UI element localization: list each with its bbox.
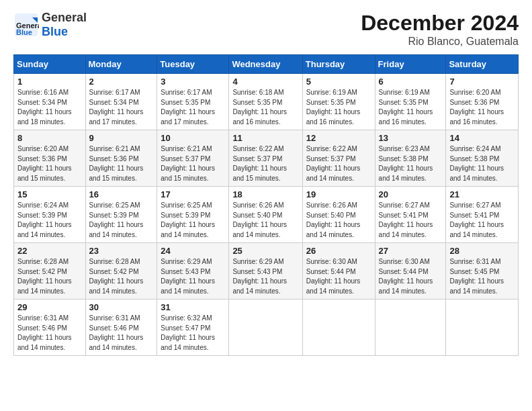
day-info: Sunrise: 6:22 AM Sunset: 5:37 PM Dayligh… bbox=[232, 144, 298, 183]
day-info: Sunrise: 6:24 AM Sunset: 5:39 PM Dayligh… bbox=[17, 201, 82, 240]
calendar-cell: 2Sunrise: 6:17 AM Sunset: 5:34 PM Daylig… bbox=[85, 74, 157, 130]
calendar-cell: 5Sunrise: 6:19 AM Sunset: 5:35 PM Daylig… bbox=[302, 74, 375, 130]
day-info: Sunrise: 6:29 AM Sunset: 5:43 PM Dayligh… bbox=[161, 257, 225, 296]
calendar-header-row: SundayMondayTuesdayWednesdayThursdayFrid… bbox=[14, 55, 519, 74]
calendar-cell: 4Sunrise: 6:18 AM Sunset: 5:35 PM Daylig… bbox=[229, 74, 302, 130]
day-number: 2 bbox=[89, 77, 154, 87]
calendar-cell: 8Sunrise: 6:20 AM Sunset: 5:36 PM Daylig… bbox=[14, 130, 86, 187]
day-number: 1 bbox=[17, 77, 82, 87]
calendar-cell: 11Sunrise: 6:22 AM Sunset: 5:37 PM Dayli… bbox=[229, 130, 302, 187]
day-number: 22 bbox=[17, 246, 82, 256]
calendar-cell: 16Sunrise: 6:25 AM Sunset: 5:39 PM Dayli… bbox=[85, 187, 157, 243]
header: General Blue General Blue December 2024 … bbox=[13, 11, 519, 48]
calendar-cell: 22Sunrise: 6:28 AM Sunset: 5:42 PM Dayli… bbox=[14, 243, 86, 300]
week-row-5: 29Sunrise: 6:31 AM Sunset: 5:46 PM Dayli… bbox=[14, 300, 519, 356]
week-row-1: 1Sunrise: 6:16 AM Sunset: 5:34 PM Daylig… bbox=[14, 74, 519, 130]
logo: General Blue General Blue bbox=[13, 11, 87, 39]
calendar-cell: 26Sunrise: 6:30 AM Sunset: 5:44 PM Dayli… bbox=[302, 243, 375, 300]
calendar-cell: 29Sunrise: 6:31 AM Sunset: 5:46 PM Dayli… bbox=[14, 300, 86, 356]
day-info: Sunrise: 6:26 AM Sunset: 5:40 PM Dayligh… bbox=[306, 201, 371, 240]
day-info: Sunrise: 6:29 AM Sunset: 5:43 PM Dayligh… bbox=[232, 257, 298, 296]
day-number: 7 bbox=[449, 77, 515, 87]
calendar-cell: 20Sunrise: 6:27 AM Sunset: 5:41 PM Dayli… bbox=[375, 187, 446, 243]
day-number: 23 bbox=[89, 246, 154, 256]
calendar-cell: 12Sunrise: 6:22 AM Sunset: 5:37 PM Dayli… bbox=[302, 130, 375, 187]
day-number: 5 bbox=[306, 77, 371, 87]
day-info: Sunrise: 6:26 AM Sunset: 5:40 PM Dayligh… bbox=[232, 201, 298, 240]
day-info: Sunrise: 6:20 AM Sunset: 5:36 PM Dayligh… bbox=[17, 144, 82, 183]
title-block: December 2024 Rio Blanco, Guatemala bbox=[361, 11, 519, 48]
day-info: Sunrise: 6:24 AM Sunset: 5:38 PM Dayligh… bbox=[449, 144, 515, 183]
day-number: 8 bbox=[17, 133, 82, 143]
day-header-sunday: Sunday bbox=[14, 55, 86, 74]
day-info: Sunrise: 6:27 AM Sunset: 5:41 PM Dayligh… bbox=[449, 201, 515, 240]
calendar-subtitle: Rio Blanco, Guatemala bbox=[361, 36, 519, 48]
week-row-2: 8Sunrise: 6:20 AM Sunset: 5:36 PM Daylig… bbox=[14, 130, 519, 187]
calendar-cell: 21Sunrise: 6:27 AM Sunset: 5:41 PM Dayli… bbox=[446, 187, 519, 243]
day-number: 14 bbox=[449, 133, 515, 143]
day-info: Sunrise: 6:31 AM Sunset: 5:46 PM Dayligh… bbox=[89, 314, 154, 353]
day-info: Sunrise: 6:30 AM Sunset: 5:44 PM Dayligh… bbox=[379, 257, 443, 296]
day-info: Sunrise: 6:19 AM Sunset: 5:35 PM Dayligh… bbox=[379, 88, 443, 127]
day-info: Sunrise: 6:25 AM Sunset: 5:39 PM Dayligh… bbox=[161, 201, 225, 240]
calendar-cell: 6Sunrise: 6:19 AM Sunset: 5:35 PM Daylig… bbox=[375, 74, 446, 130]
calendar-cell: 7Sunrise: 6:20 AM Sunset: 5:36 PM Daylig… bbox=[446, 74, 519, 130]
day-number: 15 bbox=[17, 189, 82, 199]
calendar-cell: 24Sunrise: 6:29 AM Sunset: 5:43 PM Dayli… bbox=[157, 243, 229, 300]
calendar-cell bbox=[229, 300, 302, 356]
day-number: 3 bbox=[161, 77, 225, 87]
day-number: 4 bbox=[232, 77, 298, 87]
calendar-cell: 23Sunrise: 6:28 AM Sunset: 5:42 PM Dayli… bbox=[85, 243, 157, 300]
calendar-cell: 13Sunrise: 6:23 AM Sunset: 5:38 PM Dayli… bbox=[375, 130, 446, 187]
day-number: 13 bbox=[379, 133, 443, 143]
calendar-cell: 25Sunrise: 6:29 AM Sunset: 5:43 PM Dayli… bbox=[229, 243, 302, 300]
day-number: 12 bbox=[306, 133, 371, 143]
day-info: Sunrise: 6:31 AM Sunset: 5:46 PM Dayligh… bbox=[17, 314, 82, 353]
day-info: Sunrise: 6:18 AM Sunset: 5:35 PM Dayligh… bbox=[232, 88, 298, 127]
logo-icon: General Blue bbox=[13, 12, 39, 38]
day-number: 20 bbox=[379, 189, 443, 199]
calendar-table: SundayMondayTuesdayWednesdayThursdayFrid… bbox=[13, 54, 519, 356]
day-info: Sunrise: 6:21 AM Sunset: 5:36 PM Dayligh… bbox=[89, 144, 154, 183]
calendar-cell bbox=[446, 300, 519, 356]
day-number: 9 bbox=[89, 133, 154, 143]
day-info: Sunrise: 6:22 AM Sunset: 5:37 PM Dayligh… bbox=[306, 144, 371, 183]
day-header-thursday: Thursday bbox=[302, 55, 375, 74]
day-info: Sunrise: 6:17 AM Sunset: 5:35 PM Dayligh… bbox=[161, 88, 225, 127]
day-info: Sunrise: 6:32 AM Sunset: 5:47 PM Dayligh… bbox=[161, 314, 225, 353]
day-number: 6 bbox=[379, 77, 443, 87]
day-info: Sunrise: 6:17 AM Sunset: 5:34 PM Dayligh… bbox=[89, 88, 154, 127]
calendar-cell: 19Sunrise: 6:26 AM Sunset: 5:40 PM Dayli… bbox=[302, 187, 375, 243]
day-info: Sunrise: 6:28 AM Sunset: 5:42 PM Dayligh… bbox=[89, 257, 154, 296]
calendar-cell: 30Sunrise: 6:31 AM Sunset: 5:46 PM Dayli… bbox=[85, 300, 157, 356]
page: General Blue General Blue December 2024 … bbox=[0, 0, 532, 411]
day-number: 26 bbox=[306, 246, 371, 256]
calendar-title: December 2024 bbox=[361, 11, 519, 36]
logo-blue-text: Blue bbox=[42, 25, 68, 38]
day-info: Sunrise: 6:23 AM Sunset: 5:38 PM Dayligh… bbox=[379, 144, 443, 183]
calendar-cell bbox=[302, 300, 375, 356]
day-number: 30 bbox=[89, 302, 154, 312]
day-number: 27 bbox=[379, 246, 443, 256]
day-number: 16 bbox=[89, 189, 154, 199]
day-number: 19 bbox=[306, 189, 371, 199]
day-number: 18 bbox=[232, 189, 298, 199]
week-row-4: 22Sunrise: 6:28 AM Sunset: 5:42 PM Dayli… bbox=[14, 243, 519, 300]
calendar-cell: 9Sunrise: 6:21 AM Sunset: 5:36 PM Daylig… bbox=[85, 130, 157, 187]
day-info: Sunrise: 6:30 AM Sunset: 5:44 PM Dayligh… bbox=[306, 257, 371, 296]
day-header-monday: Monday bbox=[85, 55, 157, 74]
day-number: 24 bbox=[161, 246, 225, 256]
day-number: 28 bbox=[449, 246, 515, 256]
day-number: 29 bbox=[17, 302, 82, 312]
day-info: Sunrise: 6:20 AM Sunset: 5:36 PM Dayligh… bbox=[449, 88, 515, 127]
day-info: Sunrise: 6:19 AM Sunset: 5:35 PM Dayligh… bbox=[306, 88, 371, 127]
calendar-cell: 3Sunrise: 6:17 AM Sunset: 5:35 PM Daylig… bbox=[157, 74, 229, 130]
day-header-saturday: Saturday bbox=[446, 55, 519, 74]
day-info: Sunrise: 6:27 AM Sunset: 5:41 PM Dayligh… bbox=[379, 201, 443, 240]
day-info: Sunrise: 6:31 AM Sunset: 5:45 PM Dayligh… bbox=[449, 257, 515, 296]
week-row-3: 15Sunrise: 6:24 AM Sunset: 5:39 PM Dayli… bbox=[14, 187, 519, 243]
svg-text:Blue: Blue bbox=[16, 28, 32, 36]
day-info: Sunrise: 6:21 AM Sunset: 5:37 PM Dayligh… bbox=[161, 144, 225, 183]
day-number: 10 bbox=[161, 133, 225, 143]
calendar-cell: 14Sunrise: 6:24 AM Sunset: 5:38 PM Dayli… bbox=[446, 130, 519, 187]
